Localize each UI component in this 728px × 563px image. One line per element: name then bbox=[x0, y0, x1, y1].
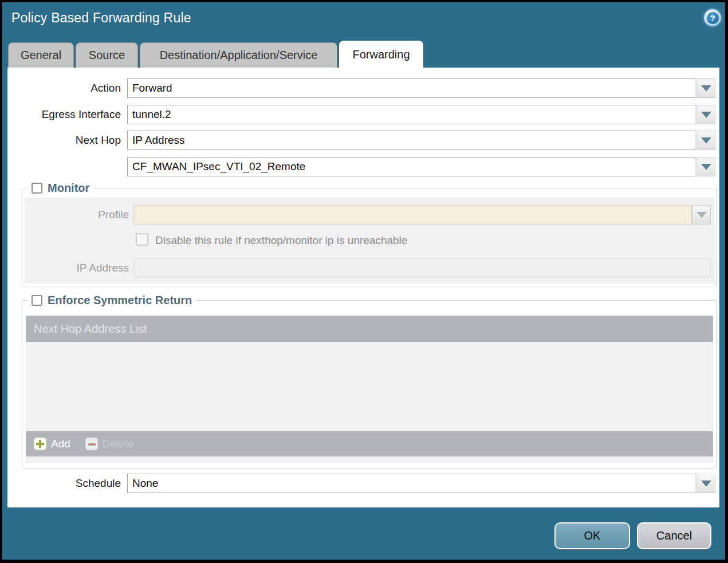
tab-source[interactable]: Source bbox=[76, 42, 138, 68]
next-hop-address-list-header: Next Hop Address List bbox=[26, 316, 713, 342]
help-icon: ? bbox=[707, 12, 719, 24]
table-bottom-strip bbox=[26, 456, 713, 463]
monitor-ip-address-label: IP Address bbox=[15, 258, 129, 278]
next-hop-address-combo[interactable]: CF_MWAN_IPsec_VTI_02_Remote bbox=[127, 157, 695, 176]
profile-dropdown-button bbox=[692, 205, 711, 225]
next-hop-address-list-body bbox=[26, 342, 713, 431]
chevron-down-icon bbox=[701, 112, 711, 118]
profile-combo bbox=[133, 205, 692, 225]
chevron-down-icon bbox=[701, 137, 711, 144]
minus-icon bbox=[85, 438, 98, 450]
profile-label: Profile bbox=[15, 205, 129, 225]
action-dropdown-button[interactable] bbox=[696, 78, 715, 98]
next-hop-address-list-toolbar: Add Delete bbox=[26, 431, 713, 456]
schedule-combo[interactable]: None bbox=[127, 474, 695, 493]
enforce-symmetric-return-legend-label: Enforce Symmetric Return bbox=[48, 294, 192, 307]
chevron-down-icon bbox=[701, 164, 711, 170]
help-button[interactable]: ? bbox=[704, 9, 721, 26]
monitor-legend: Monitor bbox=[27, 182, 93, 195]
enforce-symmetric-return-checkbox[interactable] bbox=[32, 295, 42, 306]
enforce-symmetric-return-legend: Enforce Symmetric Return bbox=[27, 294, 196, 307]
monitor-ip-address-input bbox=[133, 258, 711, 277]
chevron-down-icon bbox=[701, 85, 711, 92]
monitor-fieldset: Monitor Profile Disable this rule if nex… bbox=[22, 188, 717, 286]
egress-interface-label: Egress Interface bbox=[7, 105, 121, 124]
monitor-legend-label: Monitor bbox=[48, 182, 89, 195]
delete-button-label: Delete bbox=[103, 438, 134, 450]
chevron-down-icon bbox=[696, 212, 707, 218]
tab-destination-application-service[interactable]: Destination/Application/Service bbox=[140, 42, 337, 68]
disable-rule-label: Disable this rule if nexthop/monitor ip … bbox=[155, 234, 407, 247]
cancel-button[interactable]: Cancel bbox=[637, 522, 711, 549]
egress-interface-dropdown-button[interactable] bbox=[696, 105, 715, 124]
screen: { "dialog": { "title": "Policy Based For… bbox=[0, 0, 728, 563]
tab-general[interactable]: General bbox=[8, 42, 74, 68]
dialog-title: Policy Based Forwarding Rule bbox=[11, 10, 191, 26]
disable-rule-checkbox bbox=[136, 233, 148, 246]
plus-icon bbox=[34, 438, 46, 450]
action-label: Action bbox=[7, 78, 121, 98]
next-hop-address-table: Next Hop Address List Add Delete bbox=[26, 316, 713, 463]
next-hop-dropdown-button[interactable] bbox=[696, 131, 715, 150]
pbf-rule-dialog: Policy Based Forwarding Rule ? General S… bbox=[2, 2, 725, 560]
tab-bar: General Source Destination/Application/S… bbox=[8, 41, 423, 68]
monitor-checkbox[interactable] bbox=[32, 183, 42, 194]
next-hop-type-combo[interactable]: IP Address bbox=[127, 131, 695, 150]
egress-interface-combo[interactable]: tunnel.2 bbox=[127, 105, 695, 124]
delete-button: Delete bbox=[85, 438, 134, 450]
tab-forwarding[interactable]: Forwarding bbox=[339, 41, 423, 68]
action-combo[interactable]: Forward bbox=[127, 78, 695, 98]
schedule-dropdown-button[interactable] bbox=[696, 474, 715, 493]
next-hop-address-dropdown-button[interactable] bbox=[696, 157, 715, 176]
add-button[interactable]: Add bbox=[34, 438, 70, 450]
forwarding-tab-panel: Action Forward Egress Interface tunnel.2… bbox=[7, 68, 719, 507]
schedule-label: Schedule bbox=[7, 474, 121, 493]
next-hop-label: Next Hop bbox=[7, 131, 121, 150]
chevron-down-icon bbox=[701, 481, 711, 487]
enforce-symmetric-return-fieldset: Enforce Symmetric Return Next Hop Addres… bbox=[22, 300, 717, 468]
add-button-label: Add bbox=[51, 438, 70, 450]
ok-button[interactable]: OK bbox=[554, 522, 630, 549]
